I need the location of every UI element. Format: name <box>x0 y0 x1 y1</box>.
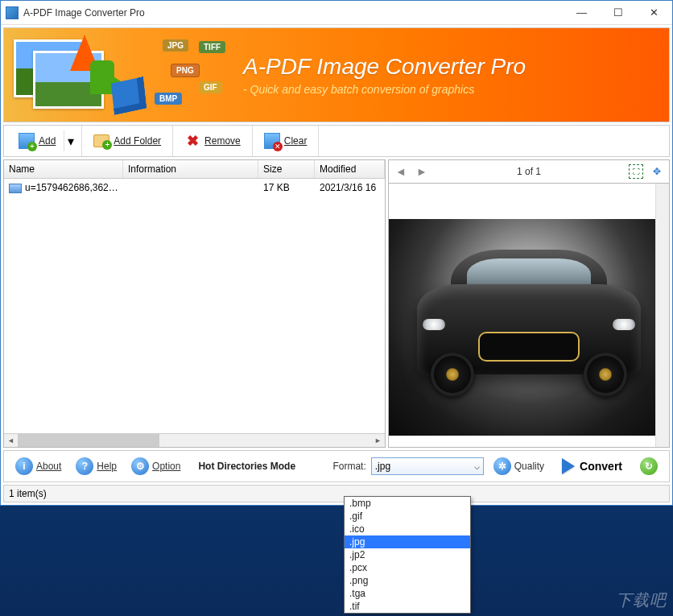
tiff-chip: TIFF <box>199 41 225 53</box>
info-icon: i <box>15 457 33 475</box>
format-label: Format: <box>332 461 365 472</box>
file-list-panel: Name Information Size Modified u=1579462… <box>3 159 386 448</box>
scroll-thumb[interactable] <box>18 434 159 447</box>
scroll-right-icon[interactable]: ► <box>371 434 385 447</box>
quality-button[interactable]: ✲ Quality <box>489 456 549 477</box>
format-option[interactable]: .tif <box>345 600 470 613</box>
watermark-text: 下载吧 <box>616 589 667 611</box>
convert-button[interactable]: Convert <box>554 455 630 478</box>
column-modified[interactable]: Modified <box>315 160 385 178</box>
extra-green-button[interactable]: ↻ <box>635 456 663 477</box>
column-name[interactable]: Name <box>4 160 123 178</box>
png-chip: PNG <box>171 64 200 77</box>
titlebar: A-PDF Image Converter Pro — ☐ ✕ <box>1 1 672 25</box>
add-image-icon <box>19 133 35 149</box>
clear-button[interactable]: Clear <box>258 130 314 152</box>
status-text: 1 item(s) <box>9 488 47 499</box>
file-list-header: Name Information Size Modified <box>4 160 385 179</box>
help-button[interactable]: ? Help <box>71 456 122 477</box>
help-icon: ? <box>76 457 93 475</box>
banner-title: A-PDF Image Converter Pro <box>243 54 659 80</box>
option-button[interactable]: ⚙ Option <box>126 456 185 477</box>
column-size[interactable]: Size <box>258 160 315 178</box>
scroll-left-icon[interactable]: ◄ <box>4 434 18 447</box>
window-title: A-PDF Image Converter Pro <box>23 7 564 19</box>
format-option[interactable]: .jpg <box>345 535 470 548</box>
horizontal-scrollbar[interactable]: ◄ ► <box>4 433 385 447</box>
circle-arrow-icon: ↻ <box>640 457 658 475</box>
close-button[interactable]: ✕ <box>636 1 672 24</box>
preview-viewport[interactable] <box>388 184 670 448</box>
zoom-fit-button[interactable]: ⛶ <box>629 164 643 179</box>
remove-button[interactable]: ✖ Remove <box>178 130 247 152</box>
next-page-button[interactable]: ► <box>415 164 429 179</box>
hot-directories-mode-button[interactable]: Hot Directories Mode <box>198 461 295 472</box>
file-list-body[interactable]: u=1579462686,362220... 17 KB 2021/3/16 1… <box>4 179 385 433</box>
app-window: A-PDF Image Converter Pro — ☐ ✕ JPG TIFF… <box>0 0 673 506</box>
gear-icon: ⚙ <box>131 457 149 475</box>
status-bar: 1 item(s) <box>3 485 670 502</box>
preview-image-content <box>389 219 669 435</box>
maximize-button[interactable]: ☐ <box>600 1 636 24</box>
minimize-button[interactable]: — <box>564 1 600 24</box>
format-option[interactable]: .jp2 <box>345 548 470 561</box>
format-option[interactable]: .pcx <box>345 561 470 574</box>
format-option[interactable]: .gif <box>345 510 470 523</box>
banner-subtitle: - Quick and easy batch conversion of gra… <box>243 83 659 96</box>
app-icon <box>6 6 19 19</box>
column-info[interactable]: Information <box>123 160 258 178</box>
format-option[interactable]: .bmp <box>345 497 470 510</box>
add-dropdown-caret[interactable]: ▾ <box>64 130 76 151</box>
prev-page-button[interactable]: ◄ <box>394 164 408 179</box>
quality-icon: ✲ <box>493 457 511 475</box>
format-dropdown-list[interactable]: .bmp.gif.ico.jpg.jp2.pcx.png.tga.tif <box>344 496 471 614</box>
banner-logo-graphic <box>14 35 138 115</box>
table-row[interactable]: u=1579462686,362220... 17 KB 2021/3/16 1… <box>4 179 385 196</box>
format-select[interactable]: .jpg <box>371 457 484 475</box>
preview-vertical-scrollbar[interactable] <box>655 184 669 447</box>
main-toolbar: Add ▾ Add Folder ✖ Remove Clear <box>3 125 670 157</box>
format-option[interactable]: .png <box>345 574 470 587</box>
header-banner: JPG TIFF PNG BMP GIF A-PDF Image Convert… <box>3 27 670 122</box>
clear-icon <box>264 133 280 149</box>
add-button[interactable]: Add <box>12 130 62 152</box>
about-button[interactable]: i About <box>10 456 66 477</box>
play-icon <box>562 458 575 474</box>
bottom-toolbar: i About ? Help ⚙ Option Hot Directories … <box>3 450 670 482</box>
zoom-actual-button[interactable]: ✥ <box>650 164 664 179</box>
remove-icon: ✖ <box>184 133 200 149</box>
banner-format-chips: JPG TIFF PNG BMP GIF <box>155 35 243 115</box>
preview-panel: ◄ ► 1 of 1 ⛶ ✥ <box>388 159 670 448</box>
page-indicator: 1 of 1 <box>436 166 622 177</box>
format-option[interactable]: .ico <box>345 523 470 535</box>
folder-icon <box>93 134 109 147</box>
image-file-icon <box>9 184 22 193</box>
jpg-chip: JPG <box>163 39 188 52</box>
format-option[interactable]: .tga <box>345 587 470 600</box>
gif-chip: GIF <box>199 81 222 93</box>
bmp-chip: BMP <box>155 93 182 105</box>
preview-toolbar: ◄ ► 1 of 1 ⛶ ✥ <box>388 159 670 184</box>
add-folder-button[interactable]: Add Folder <box>87 130 167 152</box>
